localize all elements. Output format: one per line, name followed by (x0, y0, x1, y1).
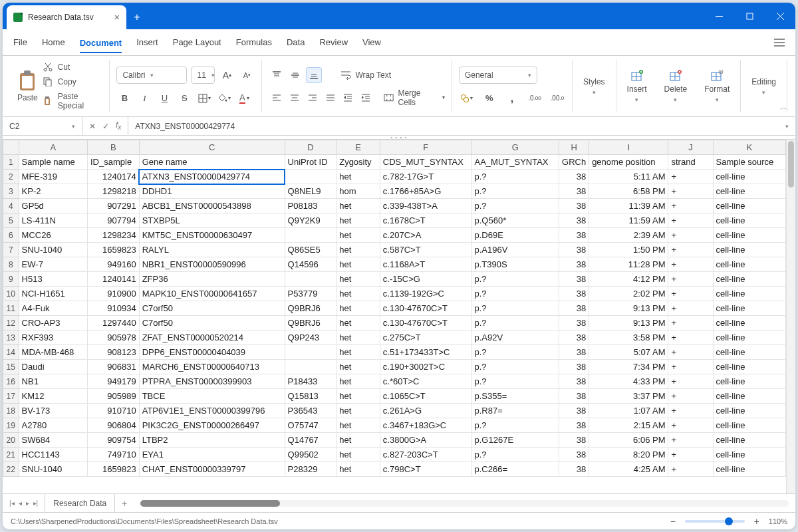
cell[interactable]: p.? (471, 374, 559, 389)
cell[interactable]: cell-line (713, 374, 785, 389)
column-header[interactable]: K (713, 140, 785, 155)
cell[interactable] (285, 228, 336, 243)
cell[interactable]: EW-7 (19, 257, 87, 272)
row-header[interactable]: 3 (3, 184, 19, 199)
cell[interactable]: cell-line (713, 243, 785, 257)
cell[interactable]: 1298218 (87, 184, 139, 199)
menu-page-layout[interactable]: Page Layout (173, 36, 221, 49)
header-cell[interactable]: CDS_MUT_SYNTAX (380, 155, 471, 170)
valign-middle-icon[interactable] (287, 67, 303, 83)
cell[interactable]: cell-line (713, 213, 785, 228)
row-header[interactable]: 6 (3, 228, 19, 243)
zoom-in-button[interactable]: + (751, 516, 762, 527)
cell[interactable]: LS-411N (19, 213, 87, 228)
cell[interactable]: 38 (559, 257, 589, 272)
cell[interactable]: p.? (471, 345, 559, 360)
cell[interactable]: cell-line (713, 360, 785, 374)
cell[interactable]: NB1 (19, 374, 87, 389)
zoom-slider-thumb[interactable] (725, 517, 733, 525)
menu-formulas[interactable]: Formulas (236, 36, 272, 49)
cell[interactable]: c.1139-192G>C (380, 287, 471, 301)
cell[interactable]: 38 (559, 170, 589, 184)
cell[interactable]: c.51+173433T>C (380, 345, 471, 360)
cell[interactable]: 949160 (87, 257, 139, 272)
add-sheet-button[interactable]: + (115, 498, 134, 509)
cell[interactable]: het (336, 404, 380, 418)
row-header[interactable]: 16 (3, 374, 19, 389)
currency-icon[interactable]: ▾ (459, 90, 475, 106)
cell[interactable]: 7:34 PM (589, 360, 668, 374)
cell[interactable]: p.A92V (471, 331, 559, 345)
cell[interactable]: 4:12 PM (589, 272, 668, 287)
cell[interactable]: p.D69E (471, 228, 559, 243)
cell[interactable]: 38 (559, 448, 589, 462)
cell[interactable]: 1240174 (87, 170, 139, 184)
row-header[interactable]: 17 (3, 389, 19, 404)
cell[interactable]: HCC1143 (19, 448, 87, 462)
column-header[interactable]: G (471, 140, 559, 155)
cell[interactable]: 5:11 AM (589, 170, 668, 184)
close-tab-icon[interactable]: × (114, 12, 120, 23)
header-cell[interactable]: AA_MUT_SYNTAX (471, 155, 559, 170)
select-all-corner[interactable] (3, 140, 19, 155)
cell[interactable]: EYA1 (139, 448, 285, 462)
cell[interactable]: 749710 (87, 448, 139, 462)
header-cell[interactable]: ID_sample (87, 155, 139, 170)
cell[interactable]: 38 (559, 301, 589, 316)
cell[interactable]: ZFP36 (139, 272, 285, 287)
cell[interactable]: cell-line (713, 184, 785, 199)
cell[interactable]: het (336, 462, 380, 477)
cell[interactable]: 38 (559, 243, 589, 257)
row-header[interactable]: 8 (3, 257, 19, 272)
bold-icon[interactable]: B (116, 90, 132, 106)
cell[interactable] (285, 272, 336, 287)
column-header[interactable]: D (285, 140, 336, 155)
header-cell[interactable]: Gene name (139, 155, 285, 170)
cell[interactable]: p.G1267E (471, 433, 559, 448)
cell[interactable]: het (336, 316, 380, 331)
cell[interactable]: + (668, 404, 713, 418)
cell[interactable]: Q8NEL9 (285, 184, 336, 199)
cell[interactable]: + (668, 287, 713, 301)
cell[interactable]: cell-line (713, 418, 785, 433)
cell[interactable]: 4:25 AM (589, 462, 668, 477)
zoom-out-button[interactable]: − (668, 516, 678, 527)
cell[interactable]: 910934 (87, 301, 139, 316)
column-header[interactable]: I (589, 140, 668, 155)
cell[interactable]: het (336, 199, 380, 213)
column-header[interactable]: H (559, 140, 589, 155)
cell[interactable]: ATP6V1E1_ENST00000399796 (139, 404, 285, 418)
cell[interactable]: 8:20 PM (589, 448, 668, 462)
cell[interactable]: C7orf50 (139, 301, 285, 316)
cell[interactable]: A4-Fuk (19, 301, 87, 316)
cell[interactable]: 2:02 PM (589, 287, 668, 301)
cell[interactable]: PTPRA_ENST00000399903 (139, 374, 285, 389)
cell[interactable]: + (668, 184, 713, 199)
cell[interactable]: 1:50 PM (589, 243, 668, 257)
cell[interactable]: H513 (19, 272, 87, 287)
valign-bottom-icon[interactable] (306, 67, 322, 83)
cell[interactable]: + (668, 316, 713, 331)
cell[interactable]: + (668, 257, 713, 272)
cell[interactable]: p.? (471, 287, 559, 301)
cell[interactable]: 38 (559, 228, 589, 243)
cell[interactable]: c.*60T>C (380, 374, 471, 389)
cell[interactable]: ZFAT_ENST00000520214 (139, 331, 285, 345)
cell[interactable]: + (668, 360, 713, 374)
row-header[interactable]: 12 (3, 316, 19, 331)
cell[interactable]: 11:28 PM (589, 257, 668, 272)
cell[interactable]: + (668, 345, 713, 360)
cell[interactable]: 6:06 PM (589, 433, 668, 448)
cell[interactable]: Q14767 (285, 433, 336, 448)
cell[interactable]: p.T390S (471, 257, 559, 272)
menu-review[interactable]: Review (319, 36, 348, 49)
cell[interactable]: 3:58 PM (589, 331, 668, 345)
row-header[interactable]: 18 (3, 404, 19, 418)
halign-left-icon[interactable] (269, 90, 284, 106)
cell[interactable]: c.339-438T>A (380, 199, 471, 213)
close-window-button[interactable] (765, 3, 795, 29)
sheet-nav-prev-icon[interactable]: ◂ (19, 499, 22, 507)
cell[interactable]: c.275C>T (380, 331, 471, 345)
cell[interactable]: MCC26 (19, 228, 87, 243)
cell[interactable]: het (336, 418, 380, 433)
